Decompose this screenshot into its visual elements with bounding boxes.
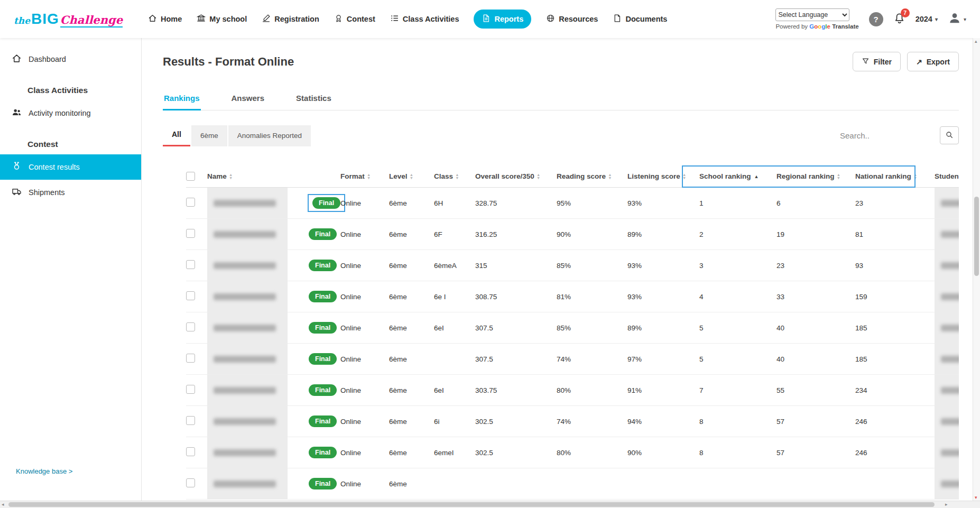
sidebar-item-dashboard[interactable]: Dashboard xyxy=(0,47,141,72)
national-ranking-cell: 246 xyxy=(855,418,935,426)
search-input[interactable] xyxy=(840,131,932,140)
subtab-6eme[interactable]: 6ème xyxy=(191,125,227,146)
help-button[interactable]: ? xyxy=(869,12,883,26)
col-header-regional-ranking[interactable]: Regional ranking ▴▾ xyxy=(776,172,855,180)
row-checkbox[interactable] xyxy=(186,447,195,456)
nav-item-reports[interactable]: Reports xyxy=(474,10,531,29)
sidebar-item-contest-results[interactable]: Contest results xyxy=(0,154,141,180)
horizontal-scrollbar-thumb[interactable] xyxy=(8,502,935,507)
user-icon xyxy=(948,11,961,27)
tab-answers[interactable]: Answers xyxy=(230,88,266,110)
search-button[interactable] xyxy=(940,126,959,144)
row-checkbox[interactable] xyxy=(186,291,195,300)
student-name-cell xyxy=(207,344,308,374)
status-badge-wrap: Final xyxy=(308,475,338,493)
vertical-scrollbar[interactable]: ▴ ▾ xyxy=(973,38,980,501)
col-header-name[interactable]: Name ▴▾ xyxy=(207,172,308,180)
row-checkbox[interactable] xyxy=(186,416,195,425)
status-cell: Final xyxy=(308,350,340,368)
globe-icon xyxy=(546,14,555,24)
status-cell: Final xyxy=(308,256,340,274)
status-cell: Final xyxy=(308,225,340,243)
student-name-cell xyxy=(207,375,308,405)
subtab-anomalies-reported[interactable]: Anomalies Reported xyxy=(228,125,311,146)
brand-the: the xyxy=(14,15,30,26)
col-header-label: School ranking xyxy=(699,172,751,180)
powered-by-text: Powered by xyxy=(775,23,808,30)
export-button[interactable]: ↗ Export xyxy=(907,52,959,71)
filter-button[interactable]: Filter xyxy=(853,52,901,71)
select-all-checkbox[interactable] xyxy=(186,172,195,181)
col-header-listening-score[interactable]: Listening score ▴▾ xyxy=(627,172,699,180)
nav-item-resources[interactable]: Resources xyxy=(546,14,598,24)
reading-score-cell: 81% xyxy=(557,293,627,301)
student-code-blur-region xyxy=(935,219,959,250)
col-header-label: National ranking xyxy=(855,172,911,180)
table-row: Final Online 6ème 6e I 308.75 81% 93% 4 … xyxy=(186,281,959,312)
row-checkbox[interactable] xyxy=(186,229,195,238)
translate-text: Translate xyxy=(832,23,859,30)
nav-item-class-activities[interactable]: Class Activities xyxy=(390,14,459,24)
brand-logo[interactable]: the BIG Challenge xyxy=(14,11,123,27)
col-header-national-ranking[interactable]: National ranking ▴▾ xyxy=(855,172,935,180)
scroll-up-arrow[interactable]: ▴ xyxy=(975,39,977,44)
col-header-reading-score[interactable]: Reading score ▴▾ xyxy=(557,172,627,180)
format-cell: Online xyxy=(340,324,389,332)
format-cell: Online xyxy=(340,386,389,394)
row-checkbox[interactable] xyxy=(186,322,195,331)
col-header-format[interactable]: Format ▴▾ xyxy=(340,172,389,180)
account-menu[interactable]: ▾ xyxy=(948,11,966,27)
subtab-all[interactable]: All xyxy=(163,124,190,146)
regional-ranking-cell: 55 xyxy=(776,386,855,394)
level-cell: 6ème xyxy=(389,262,434,270)
row-checkbox[interactable] xyxy=(186,198,195,207)
table-row: Final Online 6ème 6i 302.5 74% 94% 8 57 … xyxy=(186,406,959,437)
nav-item-my-school[interactable]: My school xyxy=(197,14,247,24)
blurred-student-code xyxy=(941,200,959,207)
col-header-school-ranking[interactable]: School ranking ▲ xyxy=(699,172,776,180)
class-cell: 6èmeA xyxy=(434,262,475,270)
col-header-class[interactable]: Class ▴▾ xyxy=(434,172,475,180)
row-checkbox[interactable] xyxy=(186,478,195,487)
notifications-button[interactable]: 7 xyxy=(893,12,905,26)
horizontal-scrollbar[interactable]: ◂ ▸ xyxy=(0,501,980,508)
knowledge-base-link[interactable]: Knowledge base > xyxy=(0,467,141,501)
nav-item-registration[interactable]: Registration xyxy=(262,14,319,24)
blurred-name xyxy=(214,325,276,331)
listening-score-cell: 94% xyxy=(627,418,699,426)
status-badge-wrap: Final xyxy=(308,288,338,306)
nav-item-documents[interactable]: Documents xyxy=(613,14,667,24)
year-dropdown[interactable]: 2024 ▾ xyxy=(916,15,938,23)
col-header-student-code[interactable]: Student code xyxy=(935,172,959,180)
vertical-scrollbar-thumb[interactable] xyxy=(974,197,979,276)
tab-rankings[interactable]: Rankings xyxy=(163,88,201,110)
col-header-label: Level xyxy=(389,172,408,180)
status-cell: Final xyxy=(308,288,340,306)
row-checkbox[interactable] xyxy=(186,260,195,269)
scroll-left-arrow[interactable]: ◂ xyxy=(2,501,4,508)
student-name-cell xyxy=(207,437,308,468)
scroll-right-arrow[interactable]: ▸ xyxy=(945,501,948,508)
sidebar-item-shipments[interactable]: Shipments xyxy=(0,180,141,205)
tab-statistics[interactable]: Statistics xyxy=(295,88,332,110)
scroll-down-arrow[interactable]: ▾ xyxy=(975,495,977,500)
help-question-mark: ? xyxy=(874,15,879,24)
regional-ranking-cell: 19 xyxy=(776,230,855,238)
col-header-level[interactable]: Level ▴▾ xyxy=(389,172,434,180)
row-checkbox[interactable] xyxy=(186,385,195,394)
sidebar-item-activity-monitoring[interactable]: Activity monitoring xyxy=(0,100,141,126)
content-area: Dashboard Class Activities Activity moni… xyxy=(0,38,980,501)
export-label: Export xyxy=(927,58,950,66)
reading-score-cell: 74% xyxy=(557,355,627,363)
level-cell: 6ème xyxy=(389,199,434,207)
name-blur-region xyxy=(207,406,288,437)
language-select[interactable]: Select Language xyxy=(775,8,849,21)
col-header-overall-score[interactable]: Overall score/350 ▴▾ xyxy=(475,172,557,180)
nav-item-contest[interactable]: Contest xyxy=(334,14,375,24)
filter-label: Filter xyxy=(874,58,892,66)
sort-icon: ▴▾ xyxy=(411,173,413,179)
row-checkbox[interactable] xyxy=(186,354,195,363)
sidebar-item-label: Activity monitoring xyxy=(29,109,91,117)
blurred-name xyxy=(214,231,276,238)
nav-item-home[interactable]: Home xyxy=(148,14,182,24)
